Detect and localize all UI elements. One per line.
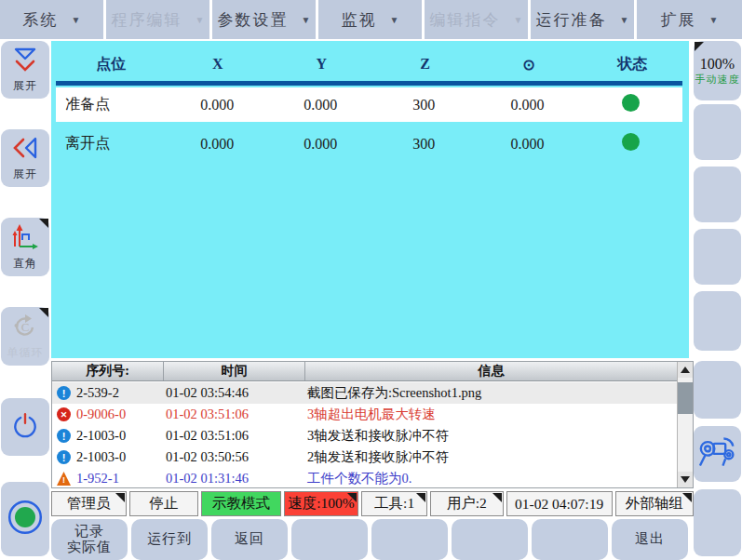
chevron-down-icon: ▼: [390, 15, 399, 25]
status-tool[interactable]: 工具:1: [361, 491, 427, 516]
single-cycle-icon: C: [11, 313, 39, 344]
cartesian-mode-button[interactable]: 直角: [1, 218, 49, 276]
robot-arm-icon: [697, 433, 738, 474]
right-softkey-2[interactable]: [694, 104, 741, 160]
power-button[interactable]: [1, 398, 49, 456]
return-button[interactable]: 返回: [211, 519, 288, 560]
event-log: 序列号: 时间 信息 2-539-2 01-02 03:54:46 截图已保存为…: [51, 361, 694, 488]
menu-monitor[interactable]: 监视▼: [318, 0, 422, 39]
status-dot-green: [622, 133, 640, 151]
power-icon: [10, 410, 40, 444]
chevron-down-icon: ▼: [514, 15, 523, 25]
status-dot-green: [622, 94, 640, 112]
log-row[interactable]: 2-1003-0 01-02 03:50:56 2轴发送和接收脉冲不符: [52, 447, 677, 468]
log-row[interactable]: 2-539-2 01-02 03:54:46 截图已保存为:Screenshot…: [52, 382, 677, 404]
status-external-axis-group[interactable]: 外部轴组: [615, 491, 694, 516]
exit-button[interactable]: 退出: [612, 519, 688, 560]
point-row-prepare[interactable]: 准备点 0.000 0.000 300 0.000: [56, 87, 682, 122]
info-icon: [57, 429, 71, 443]
manual-speed-button[interactable]: 100% 手动速度: [694, 41, 741, 100]
triangle-down-icon: [681, 476, 690, 483]
status-user-frame[interactable]: 用户:2: [430, 491, 504, 516]
warning-icon: [57, 472, 71, 486]
header-divider: [56, 81, 682, 86]
status-clock: 01-02 04:07:19: [506, 491, 613, 516]
log-col-time: 时间: [164, 362, 305, 380]
scrollbar-thumb[interactable]: [678, 382, 693, 414]
chevron-down-icon: ▼: [302, 15, 311, 25]
status-run-state: 停止: [129, 491, 199, 516]
single-cycle-button: C 单循环: [1, 307, 49, 366]
softkey-7[interactable]: [532, 519, 608, 560]
status-teach-mode: 示教模式: [201, 491, 280, 516]
chevron-down-icon: ▼: [620, 15, 629, 25]
speed-value: 100%: [700, 56, 735, 73]
svg-text:C: C: [21, 320, 30, 334]
col-header-x: X: [166, 56, 269, 73]
cartesian-axes-icon: [11, 223, 39, 255]
robot-arm-button[interactable]: [694, 426, 741, 482]
col-header-y: Y: [270, 56, 373, 73]
log-header: 序列号: 时间 信息: [52, 362, 677, 381]
softkey-4[interactable]: [291, 519, 368, 560]
chevron-down-icon: ▼: [72, 15, 81, 25]
record-icon: [6, 498, 45, 540]
right-softkey-6[interactable]: [694, 361, 741, 419]
point-row-depart[interactable]: 离开点 0.000 0.000 300 0.000: [56, 127, 682, 161]
menu-system[interactable]: 系统▼: [0, 0, 103, 39]
right-softkey-5[interactable]: [694, 291, 741, 351]
col-header-z: Z: [373, 56, 477, 73]
info-icon: [57, 450, 71, 464]
menu-parameter-settings[interactable]: 参数设置▼: [212, 0, 316, 39]
triangle-up-icon: [681, 367, 690, 373]
expand-down-button[interactable]: 展开: [1, 41, 49, 99]
softkey-6[interactable]: [452, 519, 528, 560]
top-menu-bar: 系统▼ 程序编辑▼ 参数设置▼ 监视▼ 编辑指令▼ 运行准备▼ 扩展▼: [0, 0, 742, 39]
scroll-up-button[interactable]: [678, 362, 693, 378]
log-row[interactable]: 1-952-1 01-02 01:31:46 工件个数不能为0.: [52, 468, 677, 489]
chevrons-left-icon: [11, 134, 39, 166]
col-header-status: 状态: [581, 55, 684, 74]
col-header-point: 点位: [56, 55, 166, 74]
info-icon: [57, 386, 71, 400]
scroll-down-button[interactable]: [678, 472, 693, 487]
right-softkey-8[interactable]: [694, 489, 741, 556]
log-col-serial: 序列号:: [52, 362, 164, 380]
log-row[interactable]: 2-1003-0 01-02 03:51:06 3轴发送和接收脉冲不符: [52, 425, 677, 447]
point-table-panel: 点位 X Y Z ⊙ 状态 准备点 0.000 0.000 300 0.000 …: [51, 41, 689, 358]
menu-run-preparation[interactable]: 运行准备▼: [531, 0, 634, 39]
status-bar: 管理员 停止 示教模式 速度:100% 工具:1 用户:2 01-02 04:0…: [51, 491, 694, 516]
log-scrollbar[interactable]: [677, 362, 693, 487]
log-col-message: 信息: [305, 362, 677, 380]
expand-left-button[interactable]: 展开: [1, 129, 49, 187]
record-start-button[interactable]: [1, 482, 49, 556]
menu-expand[interactable]: 扩展▼: [637, 0, 742, 39]
menu-edit-instructions: 编辑指令▼: [425, 0, 528, 39]
speed-label: 手动速度: [695, 73, 740, 87]
chevron-down-icon: ▼: [709, 15, 719, 25]
point-table-header: 点位 X Y Z ⊙ 状态: [56, 48, 684, 80]
status-user-role[interactable]: 管理员: [51, 491, 127, 516]
chevron-down-icon: ▼: [196, 15, 205, 25]
menu-program-edit: 程序编辑▼: [106, 0, 209, 39]
right-softkey-3[interactable]: [694, 167, 741, 222]
error-icon: [57, 407, 71, 421]
chevrons-down-icon: [11, 46, 39, 77]
softkey-5[interactable]: [371, 519, 448, 560]
right-softkey-4[interactable]: [694, 229, 741, 285]
log-row[interactable]: 0-9006-0 01-02 03:51:06 3轴超出电机最大转速: [52, 404, 677, 425]
record-actual-value-button[interactable]: 记录 实际值: [51, 519, 128, 560]
col-header-rotation: ⊙: [477, 56, 580, 73]
run-to-button[interactable]: 运行到: [131, 519, 208, 560]
status-speed[interactable]: 速度:100%: [284, 491, 359, 516]
